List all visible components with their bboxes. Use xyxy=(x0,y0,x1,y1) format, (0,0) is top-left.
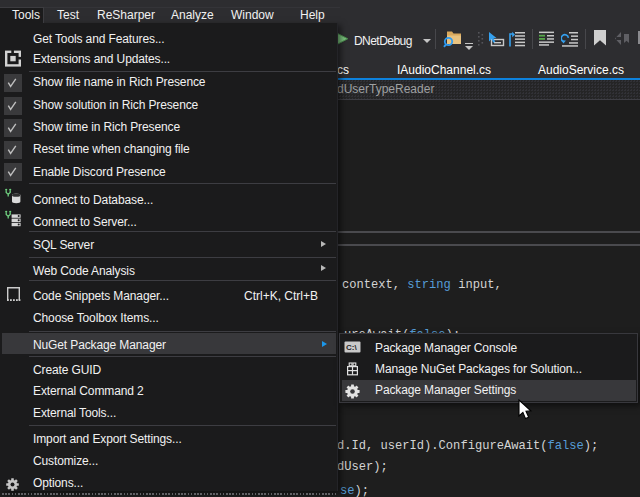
svg-text:C:\: C:\ xyxy=(346,343,357,352)
